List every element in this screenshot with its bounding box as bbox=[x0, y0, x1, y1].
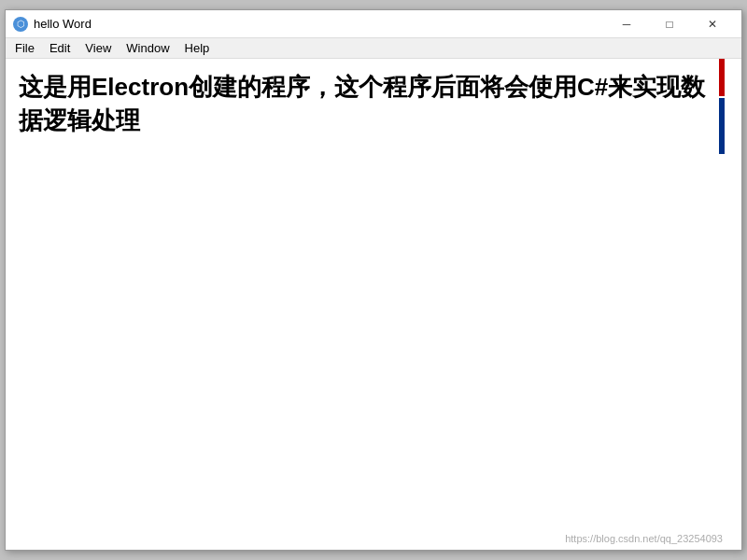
menu-help[interactable]: Help bbox=[177, 39, 218, 57]
content-area: 这是用Electron创建的程序，这个程序后面将会使用C#来实现数据逻辑处理 h… bbox=[6, 59, 741, 550]
menu-window[interactable]: Window bbox=[119, 39, 176, 57]
maximize-button[interactable]: □ bbox=[648, 10, 691, 38]
menu-edit[interactable]: Edit bbox=[42, 39, 78, 57]
minimize-button[interactable]: ─ bbox=[605, 10, 648, 38]
side-decoration bbox=[719, 59, 726, 154]
main-content: 这是用Electron创建的程序，这个程序后面将会使用C#来实现数据逻辑处理 bbox=[6, 59, 741, 550]
deco-blue-bar bbox=[719, 98, 725, 154]
menu-bar: File Edit View Window Help bbox=[6, 38, 741, 59]
title-bar: ⬡ hello Word ─ □ ✕ bbox=[6, 10, 741, 38]
close-button[interactable]: ✕ bbox=[691, 10, 734, 38]
app-icon-letter: ⬡ bbox=[17, 19, 25, 29]
deco-red-bar bbox=[719, 59, 725, 96]
menu-file[interactable]: File bbox=[7, 39, 42, 57]
menu-view[interactable]: View bbox=[78, 39, 119, 57]
main-text: 这是用Electron创建的程序，这个程序后面将会使用C#来实现数据逻辑处理 bbox=[19, 70, 728, 138]
watermark: https://blog.csdn.net/qq_23254093 bbox=[565, 533, 723, 544]
window-title: hello Word bbox=[34, 17, 605, 31]
app-icon: ⬡ bbox=[13, 17, 28, 32]
window-controls: ─ □ ✕ bbox=[605, 10, 734, 38]
app-window: ⬡ hello Word ─ □ ✕ File Edit View Window… bbox=[5, 9, 742, 551]
